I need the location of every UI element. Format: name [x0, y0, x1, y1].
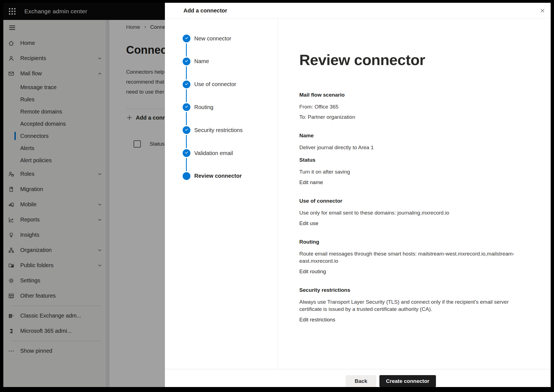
- review-section: Mail flow scenario From: Office 365 To: …: [299, 92, 534, 121]
- section-lines: From: Office 365 To: Partner organizatio…: [299, 103, 534, 121]
- section-heading: Use of connector: [299, 198, 534, 204]
- section-heading: Status: [299, 157, 534, 163]
- panel-footer: Back Create connector: [165, 369, 551, 387]
- review-heading: Review connector: [299, 51, 534, 68]
- section-heading: Security restrictions: [299, 287, 534, 293]
- review-block: Status Turn it on after saving: [299, 157, 534, 176]
- review-section: Use of connector Use only for email sent…: [299, 198, 534, 227]
- review-section: Name Deliver journal directly to Area 1 …: [299, 132, 534, 186]
- wizard-step[interactable]: New connector: [183, 35, 231, 42]
- review-blocks: Security restrictions Always use Transpo…: [299, 287, 534, 313]
- step-status-dot: [183, 103, 190, 111]
- step-status-dot: [183, 58, 190, 65]
- wizard-step[interactable]: Use of connector: [183, 81, 236, 88]
- check-icon: [184, 59, 189, 64]
- section-lines: Route email messages through these smart…: [299, 250, 534, 265]
- check-icon: [184, 150, 189, 156]
- section-lines: Always use Transport Layer Security (TLS…: [299, 298, 534, 313]
- edit-link[interactable]: Edit routing: [299, 268, 326, 275]
- step-status-dot: [183, 81, 190, 88]
- review-content: Review connector Mail flow scenario From…: [278, 19, 551, 369]
- review-section: Security restrictions Always use Transpo…: [299, 287, 534, 323]
- step-label: Review connector: [194, 173, 242, 179]
- review-block: Routing Route email messages through the…: [299, 239, 534, 265]
- step-label: Security restrictions: [194, 127, 243, 133]
- review-blocks: Use of connector Use only for email sent…: [299, 198, 534, 216]
- check-icon: [184, 104, 189, 110]
- check-icon: [184, 127, 189, 133]
- review-blocks: Name Deliver journal directly to Area 1 …: [299, 132, 534, 176]
- browser-viewport: Exchange admin center Home Recipients: [3, 3, 551, 387]
- edit-link[interactable]: Edit use: [299, 220, 318, 227]
- wizard-step[interactable]: Name: [183, 58, 209, 65]
- check-icon: [184, 36, 189, 41]
- review-blocks: Routing Route email messages through the…: [299, 239, 534, 265]
- check-icon: [184, 82, 189, 87]
- step-status-dot: [183, 126, 190, 134]
- panel-body: New connector Name Use of connector Rout…: [165, 19, 551, 369]
- review-section: Routing Route email messages through the…: [299, 239, 534, 275]
- step-status-dot: [183, 149, 190, 157]
- edit-link[interactable]: Edit restrictions: [299, 316, 335, 323]
- add-connector-panel: Add a connector New connector Name Use o…: [165, 3, 551, 387]
- section-heading: Name: [299, 132, 534, 139]
- review-text: Always use Transport Layer Security (TLS…: [299, 298, 521, 313]
- wizard-stepper: New connector Name Use of connector Rout…: [165, 19, 278, 369]
- step-label: Routing: [194, 104, 213, 110]
- edit-link[interactable]: Edit name: [299, 179, 323, 186]
- section-lines: Turn it on after saving: [299, 168, 534, 176]
- back-button[interactable]: Back: [346, 375, 376, 387]
- review-text: From: Office 365: [299, 103, 521, 110]
- screenshot-frame: Exchange admin center Home Recipients: [0, 0, 554, 392]
- section-heading: Mail flow scenario: [299, 92, 534, 98]
- panel-title: Add a connector: [183, 7, 227, 14]
- review-blocks: Mail flow scenario From: Office 365 To: …: [299, 92, 534, 121]
- step-label: Validation email: [194, 150, 233, 156]
- review-block: Security restrictions Always use Transpo…: [299, 287, 534, 313]
- review-text: Use only for email sent to these domains…: [299, 209, 521, 216]
- wizard-step[interactable]: Security restrictions: [183, 126, 243, 134]
- close-icon[interactable]: [537, 5, 548, 16]
- review-text: To: Partner organization: [299, 114, 521, 121]
- review-text: Turn it on after saving: [299, 168, 521, 176]
- section-heading: Routing: [299, 239, 534, 245]
- wizard-step[interactable]: Validation email: [183, 149, 233, 157]
- review-sections: Mail flow scenario From: Office 365 To: …: [299, 92, 534, 323]
- review-block: Name Deliver journal directly to Area 1: [299, 132, 534, 151]
- wizard-step[interactable]: Review connector: [183, 172, 242, 180]
- step-label: Name: [194, 58, 209, 65]
- step-label: Use of connector: [194, 81, 236, 87]
- review-text: Route email messages through these smart…: [299, 250, 521, 265]
- panel-header: Add a connector: [165, 3, 551, 19]
- step-label: New connector: [194, 35, 231, 42]
- create-connector-button[interactable]: Create connector: [379, 375, 436, 387]
- review-block: Mail flow scenario From: Office 365 To: …: [299, 92, 534, 121]
- review-text: Deliver journal directly to Area 1: [299, 144, 521, 151]
- wizard-step[interactable]: Routing: [183, 103, 213, 111]
- section-lines: Use only for email sent to these domains…: [299, 209, 534, 216]
- step-status-dot: [183, 35, 190, 42]
- review-block: Use of connector Use only for email sent…: [299, 198, 534, 216]
- step-status-dot: [183, 172, 190, 180]
- section-lines: Deliver journal directly to Area 1: [299, 144, 534, 151]
